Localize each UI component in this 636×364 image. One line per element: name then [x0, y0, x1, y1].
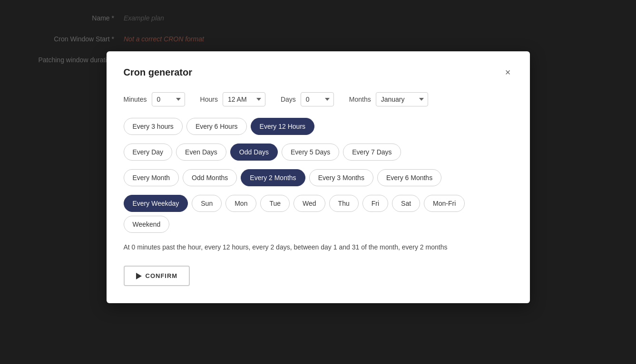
weekday-option-3[interactable]: Tue — [260, 195, 290, 212]
weekday-option-4[interactable]: Wed — [294, 195, 325, 212]
weekday-option-9[interactable]: Weekend — [124, 216, 170, 233]
time-controls-row: Minutes 0 5 10 15 30 Hours 12 AM 1 AM 2 … — [124, 92, 513, 106]
days-option-1[interactable]: Even Days — [176, 144, 226, 161]
days-option-2[interactable]: Odd Days — [230, 144, 278, 161]
months-option-1[interactable]: Odd Months — [183, 169, 237, 186]
months-option-4[interactable]: Every 6 Months — [377, 169, 441, 186]
cron-generator-modal: Cron generator × Minutes 0 5 10 15 30 Ho… — [107, 51, 530, 303]
minutes-control: Minutes 0 5 10 15 30 — [124, 92, 185, 106]
weekday-option-0[interactable]: Every Weekday — [124, 195, 188, 212]
hours-select[interactable]: 12 AM 1 AM 2 AM 6 AM 12 PM — [223, 92, 265, 106]
hours-option-2[interactable]: Every 12 Hours — [251, 118, 314, 135]
days-option-3[interactable]: Every 5 Days — [282, 144, 339, 161]
days-options-group: Every DayEven DaysOdd DaysEvery 5 DaysEv… — [124, 144, 513, 161]
months-option-0[interactable]: Every Month — [124, 169, 179, 186]
minutes-label: Minutes — [124, 96, 147, 103]
hours-label: Hours — [200, 96, 218, 103]
months-option-3[interactable]: Every 3 Months — [309, 169, 373, 186]
cron-description: At 0 minutes past the hour, every 12 hou… — [124, 242, 513, 252]
weekday-option-2[interactable]: Mon — [225, 195, 256, 212]
confirm-button[interactable]: CONFIRM — [124, 266, 190, 286]
weekday-options-group: Every WeekdaySunMonTueWedThuFriSatMon-Fr… — [124, 195, 513, 233]
hours-control: Hours 12 AM 1 AM 2 AM 6 AM 12 PM — [200, 92, 265, 106]
days-option-4[interactable]: Every 7 Days — [343, 144, 401, 161]
confirm-arrow-icon — [136, 273, 142, 279]
hours-option-0[interactable]: Every 3 hours — [124, 118, 183, 135]
modal-title: Cron generator — [124, 67, 192, 78]
hours-options-group: Every 3 hoursEvery 6 HoursEvery 12 Hours — [124, 118, 513, 135]
days-label: Days — [281, 96, 296, 103]
days-control: Days 0 1 5 10 15 — [281, 92, 334, 106]
minutes-select[interactable]: 0 5 10 15 30 — [152, 92, 185, 106]
months-option-2[interactable]: Every 2 Months — [241, 169, 305, 186]
months-options-group: Every MonthOdd MonthsEvery 2 MonthsEvery… — [124, 169, 513, 186]
weekday-option-6[interactable]: Fri — [362, 195, 388, 212]
weekday-option-1[interactable]: Sun — [192, 195, 222, 212]
weekday-option-7[interactable]: Sat — [392, 195, 420, 212]
weekday-option-5[interactable]: Thu — [329, 195, 359, 212]
days-select[interactable]: 0 1 5 10 15 — [301, 92, 334, 106]
months-label: Months — [349, 96, 371, 103]
hours-option-1[interactable]: Every 6 Hours — [186, 118, 247, 135]
months-control: Months January February March April May … — [349, 92, 428, 106]
modal-header: Cron generator × — [124, 66, 513, 79]
months-select[interactable]: January February March April May June Ju… — [376, 92, 428, 106]
days-option-0[interactable]: Every Day — [124, 144, 173, 161]
modal-close-button[interactable]: × — [503, 66, 513, 79]
weekday-option-8[interactable]: Mon-Fri — [424, 195, 465, 212]
confirm-label: CONFIRM — [146, 272, 178, 279]
